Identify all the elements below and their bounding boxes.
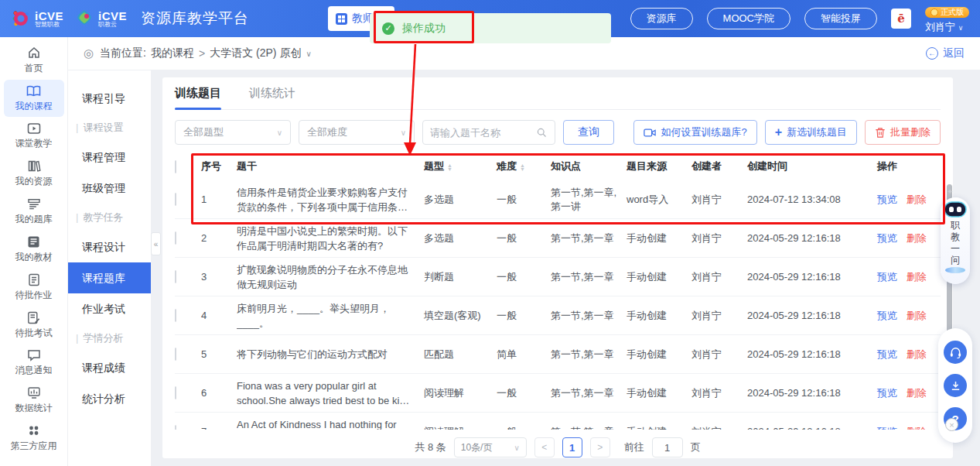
preview-link[interactable]: 预览	[877, 348, 897, 360]
preview-link[interactable]: 预览	[877, 232, 897, 244]
submenu-item[interactable]: 课程管理	[68, 142, 151, 173]
home-icon	[4, 46, 64, 60]
per-page-select[interactable]: 10条/页∨	[454, 437, 527, 457]
table-row: 5 将下列动物与它们的运动方式配对 匹配题 简单 第一节,第一章 手动创建 刘肖…	[175, 335, 941, 374]
goto-page-input[interactable]	[652, 437, 683, 457]
table-row: 6 Fiona was a very popular girl at schoo…	[175, 374, 941, 413]
delete-link[interactable]: 删除	[907, 348, 927, 360]
query-button[interactable]: 查询	[563, 120, 614, 145]
row-checkbox[interactable]	[175, 309, 176, 322]
main-content-card: 训练题目 训练统计 全部题型∨ 全部难度∨ 查询 如何设置训练题库?	[162, 77, 953, 458]
customer-service-button[interactable]	[944, 341, 967, 364]
preview-link[interactable]: 预览	[877, 271, 897, 283]
row-created: 2024-05-29 12:16:18	[747, 426, 877, 430]
sidebar-rail-item[interactable]: 待批考试	[4, 307, 64, 344]
col-difficulty[interactable]: 难度▲▼	[497, 159, 551, 173]
search-input[interactable]	[430, 127, 536, 139]
breadcrumb-caret-icon[interactable]: ∨	[306, 50, 311, 58]
difficulty-select[interactable]: 全部难度∨	[299, 120, 415, 145]
col-knowledge: 知识点	[551, 159, 627, 173]
sort-icon[interactable]: ▲▼	[520, 163, 525, 171]
books-icon	[4, 159, 64, 173]
row-knowledge: 第一节,第一章	[551, 386, 627, 400]
header-nav-button[interactable]: MOOC学院	[707, 8, 790, 29]
submenu-item[interactable]: 统计分析	[68, 383, 151, 414]
breadcrumb-separator: >	[199, 47, 205, 60]
sidebar-rail-item[interactable]: 第三方应用	[4, 420, 64, 457]
content-tab[interactable]: 训练题目	[175, 77, 221, 110]
select-all-checkbox[interactable]	[175, 160, 176, 173]
user-block[interactable]: 正式版 刘肖宁 ∨	[925, 5, 969, 33]
delete-link[interactable]: 删除	[907, 387, 927, 399]
submenu-item[interactable]: 课程成绩	[68, 352, 151, 383]
row-checkbox[interactable]	[175, 193, 176, 206]
row-checkbox[interactable]	[175, 386, 176, 399]
submenu-item[interactable]: 班级管理	[68, 173, 151, 204]
rail-item-label: 第三方应用	[11, 440, 57, 451]
download-button[interactable]	[944, 374, 967, 397]
batch-delete-button[interactable]: 批量删除	[865, 120, 941, 145]
submenu-item[interactable]: 教学任务	[68, 204, 151, 231]
preview-link[interactable]: 预览	[877, 310, 897, 321]
sidebar-rail-item[interactable]: 数据统计	[4, 382, 64, 419]
prev-page-button[interactable]: <	[534, 437, 555, 457]
current-page-button[interactable]: 1	[562, 437, 582, 457]
row-created: 2024-07-12 13:34:08	[747, 194, 877, 205]
sidebar-rail-item[interactable]: 待批作业	[4, 269, 64, 306]
row-num: 5	[201, 348, 237, 360]
row-checkbox[interactable]	[175, 231, 176, 245]
breadcrumb-current[interactable]: 大学语文 (2P) 原创	[210, 46, 301, 60]
next-page-button[interactable]: >	[590, 437, 610, 457]
sort-icon[interactable]: ▲▼	[447, 163, 452, 171]
header-nav-button[interactable]: 资源库	[630, 8, 693, 29]
assistant-widget[interactable]: 职教一问	[941, 197, 970, 284]
row-num: 6	[201, 387, 237, 399]
help-button[interactable]: 如何设置训练题库?	[633, 120, 756, 145]
col-actions: 操作	[877, 159, 937, 173]
logo2-subtitle: 职教云	[98, 22, 127, 28]
delete-link[interactable]: 删除	[907, 426, 927, 430]
delete-link[interactable]: 删除	[907, 232, 927, 244]
row-checkbox[interactable]	[175, 348, 176, 361]
header-nav-button[interactable]: 智能投屏	[804, 8, 877, 29]
submenu-item[interactable]: 课程题库	[68, 262, 151, 293]
breadcrumb-parent[interactable]: 我的课程	[151, 46, 194, 60]
search-icon[interactable]	[536, 127, 548, 139]
submenu-item[interactable]: 课程设置	[68, 114, 151, 142]
add-questions-button[interactable]: + 新选训练题目	[765, 120, 857, 145]
preview-link[interactable]: 预览	[877, 194, 897, 205]
delete-link[interactable]: 删除	[907, 271, 927, 283]
submenu-item[interactable]: 作业考试	[68, 293, 151, 324]
back-button[interactable]: ← 返回	[926, 46, 965, 60]
row-type: 多选题	[424, 193, 497, 207]
doc-icon	[4, 273, 64, 286]
submenu-item[interactable]: 课程设计	[68, 231, 151, 262]
row-checkbox[interactable]	[175, 425, 176, 430]
submenu-item[interactable]: 学情分析	[68, 324, 151, 352]
submenu-item[interactable]: 课程引导	[68, 83, 151, 114]
sidebar-rail-item[interactable]: 我的题库	[4, 193, 64, 230]
question-type-select[interactable]: 全部题型∨	[175, 120, 291, 145]
sidebar-rail-item[interactable]: 我的课程	[4, 80, 64, 117]
close-floating-button[interactable]: ×	[945, 418, 958, 431]
username[interactable]: 刘肖宁 ∨	[925, 21, 969, 33]
row-created: 2024-05-29 12:16:18	[747, 310, 877, 321]
sidebar-collapse-button[interactable]: «	[151, 232, 161, 255]
delete-link[interactable]: 删除	[907, 310, 927, 321]
app-root: iCVE智慧职教 iCVE职教云 资源库教学平台 资源库 MOOC学院 智能投屏…	[0, 0, 980, 466]
rail-item-label: 待批作业	[15, 290, 53, 300]
row-question: 扩散现象说明物质的分子在永不停息地做无规则运动	[237, 262, 411, 292]
sidebar-rail-item[interactable]: 消息通知	[4, 344, 64, 381]
row-checkbox[interactable]	[175, 270, 176, 283]
preview-link[interactable]: 预览	[877, 426, 897, 430]
preview-link[interactable]: 预览	[877, 387, 897, 399]
delete-link[interactable]: 删除	[907, 194, 927, 205]
row-knowledge: 第一节,第一章	[551, 231, 627, 245]
sidebar-rail-item[interactable]: 我的教材	[4, 231, 64, 268]
content-tab[interactable]: 训练统计	[249, 77, 295, 110]
sidebar-rail-item[interactable]: 课堂教学	[4, 118, 64, 154]
col-type[interactable]: 题型▲▼	[424, 159, 497, 173]
sidebar-rail-item[interactable]: 我的资源	[4, 155, 64, 192]
sidebar-rail-item[interactable]: 首页	[4, 41, 64, 79]
row-created: 2024-05-29 12:16:18	[747, 271, 877, 283]
